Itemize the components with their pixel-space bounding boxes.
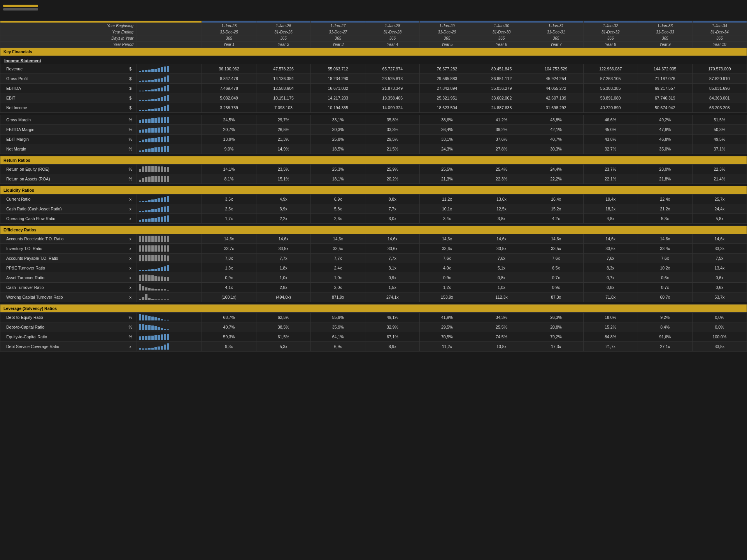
wc-to-row: Working Capital Turnover Ratio x (160,1x… xyxy=(0,292,747,302)
roa-row: Return on Assets (ROA) % 8,1%15,1%18,1%2… xyxy=(0,174,747,184)
key-financials-section: Key Financials xyxy=(0,48,747,56)
de-row: Debt-to-Equity Ratio % 68,7%62,5%55,9%49… xyxy=(0,313,747,322)
ppe-row: PP&E Turnover Ratio x 1,3x1,8x2,4x3,1x4,… xyxy=(0,263,747,273)
ap-row: Accounts Payable T.O. Ratio x 7,8x7,7x7,… xyxy=(0,254,747,263)
income-statement-header: Income Statement xyxy=(0,56,747,64)
ebit-margin-row: EBIT Margin % 13,9%21,3%25,8%29,5%33,1% … xyxy=(0,135,747,144)
copyright-bar xyxy=(0,0,747,3)
leverage-section: Leverage (Solvency) Ratios xyxy=(0,304,747,313)
current-ratio-row: Current Ratio x 3,5x4,9x6,9x8,8x11,2x 13… xyxy=(0,194,747,204)
ebit-row: EBIT $ 5.032.04910.151.17514.217.20319.3… xyxy=(0,93,747,103)
cash-to-row: Cash Turnover Ratio x 4,1x2,8x2,0x1,5x1,… xyxy=(0,283,747,292)
year-beginning-row: Year Beginning 1-Jan-251-Jan-261-Jan-271… xyxy=(0,23,747,29)
inv-row: Inventory T.O. Ratio x 33,7x33,5x33,5x33… xyxy=(0,244,747,254)
ec-row: Equity-to-Capital Ratio % 59,3%61,5%64,1… xyxy=(0,332,747,342)
home-button[interactable] xyxy=(3,8,38,10)
ar-row: Accounts Receivable T.O. Ratio x 14,6x14… xyxy=(0,234,747,244)
financial-table: Year Beginning 1-Jan-251-Jan-261-Jan-271… xyxy=(0,21,747,352)
ebitda-row: EBITDA $ 7.469.47812.588.60416.671.03221… xyxy=(0,84,747,93)
ocf-ratio-row: Operating Cash Flow Ratio x 1,7x2,2x2,6x… xyxy=(0,214,747,224)
page-title xyxy=(0,12,747,19)
efficiency-section: Efficiency Ratios xyxy=(0,226,747,234)
roe-row: Return on Equity (ROE) % 14,1%23,5%25,3%… xyxy=(0,164,747,174)
gross-margin-row: Gross Margin % 24,5%29,7%33,1%35,8%38,6%… xyxy=(0,115,747,125)
gross-profit-row: Gross Profit $ 8.847.47814.136.38418.234… xyxy=(0,74,747,84)
revenue-row: Revenue $ 36.100.96247.578.22655.063.712… xyxy=(0,64,747,74)
liquidity-section: Liquidity Ratios xyxy=(0,186,747,194)
year-period-row: Year Period Year 1Year 2Year 3Year 4Year… xyxy=(0,42,747,48)
return-ratios-section: Return Ratios xyxy=(0,156,747,164)
cash-ratio-row: Cash Ratio (Cash Asset Ratio) x 2,5x3,9x… xyxy=(0,204,747,214)
asset-to-row: Asset Turnover Ratio x 0,9x1,0x1,0x0,9x0… xyxy=(0,273,747,283)
dscr-row: Debt Service Coverage Ratio x 9,3x5,3x6,… xyxy=(0,342,747,352)
net-income-row: Net Income $ 3.258.7597.098.10310.194.35… xyxy=(0,103,747,113)
dc-row: Debt-to-Capital Ratio % 40,7%38,5%35,9%3… xyxy=(0,322,747,332)
year-ending-row: Year Ending 31-Dec-2531-Dec-2631-Dec-273… xyxy=(0,29,747,35)
top-button[interactable] xyxy=(3,5,38,7)
days-in-year-row: Days in Year 365365365366365 36536536636… xyxy=(0,35,747,42)
ebitda-margin-row: EBITDA Margin % 20,7%26,5%30,3%33,3%36,4… xyxy=(0,125,747,135)
net-margin-row: Net Margin % 9,0%14,9%18,5%21,5%24,3% 27… xyxy=(0,144,747,154)
